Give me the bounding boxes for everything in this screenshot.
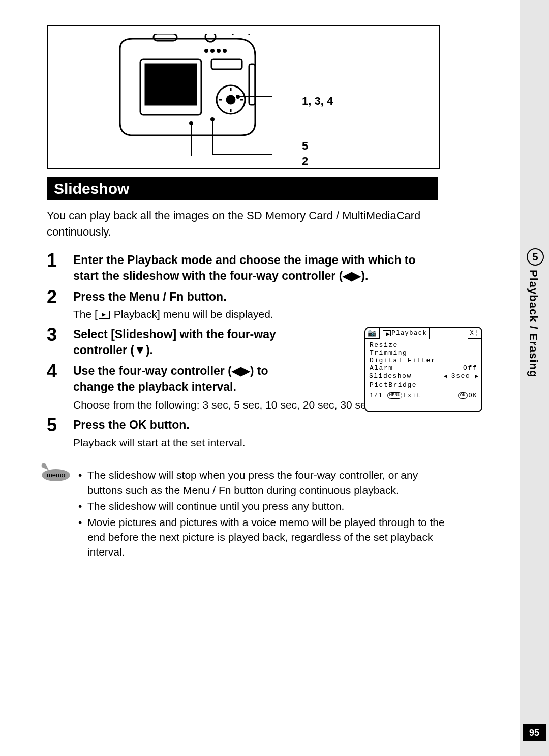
menu-item-digital-filter: Digital Filter bbox=[369, 357, 478, 364]
memo-list: The slideshow will stop when you press t… bbox=[76, 462, 447, 566]
section-label: Playback / Erasing bbox=[527, 270, 540, 377]
camera-back-svg bbox=[105, 34, 272, 156]
menu-tab-setup: X¦ bbox=[468, 328, 481, 339]
step-title: Press the Menu / Fn button. bbox=[73, 289, 438, 305]
right-arrow-icon: ▶ bbox=[475, 373, 478, 380]
svg-point-8 bbox=[204, 49, 208, 53]
svg-text:memo: memo bbox=[47, 471, 65, 479]
svg-rect-6 bbox=[154, 34, 177, 41]
camera-illustration: 1, 3, 4 5 2 bbox=[47, 25, 440, 169]
menu-footer-left: 1/1 MENUExit bbox=[370, 392, 421, 399]
menu-item-alarm: AlarmOff bbox=[369, 364, 478, 372]
step-number: 2 bbox=[47, 287, 73, 307]
svg-point-10 bbox=[217, 49, 221, 53]
section-number: 5 bbox=[527, 248, 544, 266]
camera-icon: 📷 bbox=[368, 329, 377, 337]
step-5: 5 Press the OK button. Playback will sta… bbox=[47, 415, 438, 450]
step-1: 1 Enter the Playback mode and choose the… bbox=[47, 250, 438, 284]
callout-1-3-4: 1, 3, 4 bbox=[302, 95, 333, 108]
step-number: 3 bbox=[47, 325, 73, 345]
svg-point-7 bbox=[205, 34, 216, 42]
step-number: 1 bbox=[47, 250, 73, 271]
menu-tab-camera: 📷 bbox=[365, 328, 380, 339]
intro-text: You can play back all the images on the … bbox=[47, 208, 433, 240]
callout-2: 2 bbox=[302, 155, 308, 168]
menu-item-trimming: Trimming bbox=[369, 349, 478, 357]
svg-point-19 bbox=[190, 122, 193, 125]
step-title: Press the OK button. bbox=[73, 417, 438, 433]
step-title: Select [Slideshow] with the four-way con… bbox=[73, 327, 287, 358]
memo-item: The slideshow will stop when you press t… bbox=[78, 468, 445, 498]
svg-rect-5 bbox=[249, 64, 255, 105]
step-2: 2 Press the Menu / Fn button. The [ Play… bbox=[47, 287, 438, 322]
menu-tab-playback: Playback bbox=[380, 328, 430, 339]
memo-item: The slideshow will continue until you pr… bbox=[78, 499, 445, 513]
page-number: 95 bbox=[523, 724, 546, 741]
memo-item: Movie pictures and pictures with a voice… bbox=[78, 515, 445, 560]
memo-icon: memo bbox=[40, 461, 71, 482]
memo-block: memo The slideshow will stop when you pr… bbox=[47, 462, 447, 566]
menu-button-pill: MENU bbox=[387, 392, 403, 399]
menu-item-pictbridge: PictBridge bbox=[369, 381, 478, 389]
side-bar bbox=[520, 0, 549, 756]
step-title: Enter the Playback mode and choose the i… bbox=[73, 252, 438, 284]
ok-button-pill: OK bbox=[458, 392, 468, 399]
playback-icon bbox=[383, 330, 391, 336]
menu-footer-right: OKOK bbox=[458, 392, 477, 399]
svg-rect-4 bbox=[211, 59, 242, 69]
step-title: Use the four-way controller (◀▶) to chan… bbox=[73, 363, 297, 395]
svg-point-11 bbox=[223, 49, 227, 53]
svg-point-3 bbox=[227, 96, 235, 104]
svg-point-17 bbox=[236, 95, 239, 98]
playback-menu-screen: 📷 Playback X¦ Resize Trimming Digital Fi… bbox=[364, 327, 482, 412]
svg-rect-1 bbox=[145, 64, 196, 105]
step-subtext: Playback will start at the set interval. bbox=[73, 435, 438, 450]
step-number: 4 bbox=[47, 361, 73, 382]
playback-icon bbox=[99, 311, 110, 319]
section-heading: Slideshow bbox=[47, 177, 438, 200]
left-arrow-icon: ◀ bbox=[444, 373, 447, 380]
step-number: 5 bbox=[47, 415, 73, 435]
menu-item-resize: Resize bbox=[369, 341, 478, 349]
svg-point-18 bbox=[211, 118, 214, 121]
callout-5: 5 bbox=[302, 139, 308, 153]
menu-item-slideshow: Slideshow◀ 3sec ▶ bbox=[368, 372, 479, 381]
svg-point-9 bbox=[210, 49, 215, 53]
section-tab: 5 Playback / Erasing bbox=[527, 248, 542, 377]
step-subtext: The [ Playback] menu will be displayed. bbox=[73, 307, 438, 322]
